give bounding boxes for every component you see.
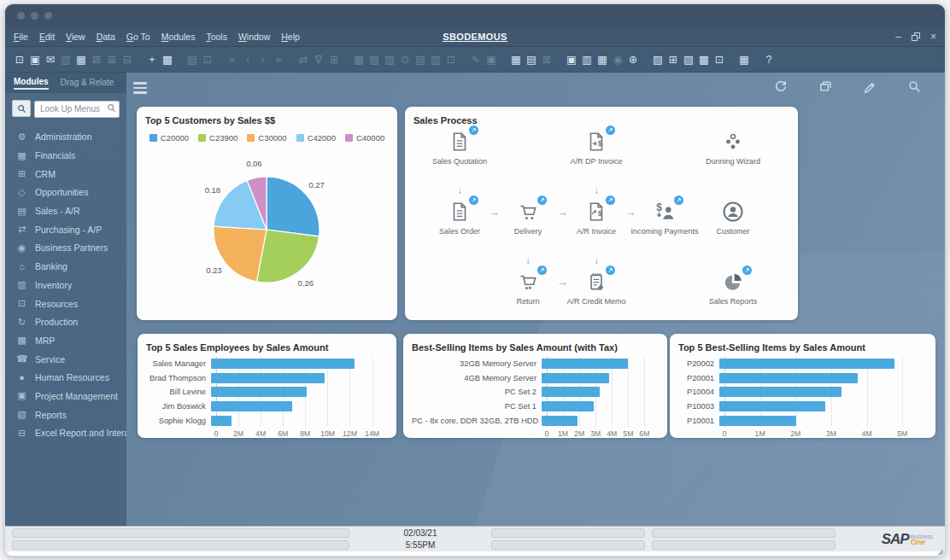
zoom-dot-icon[interactable] — [44, 12, 52, 20]
tab-drag-relate[interactable]: Drag & Relate — [61, 78, 114, 89]
sort-icon[interactable]: ⊞ — [326, 53, 342, 66]
export-pdf-icon[interactable]: ⊟ — [120, 53, 135, 66]
doc-link-icon[interactable]: ⊡ — [200, 53, 215, 66]
process-node-ar-credit-memo[interactable]: A/R Credit Memo — [572, 269, 620, 322]
process-node-customer[interactable]: Customer — [709, 199, 757, 252]
sidebar-item-business-partners[interactable]: ◉Business Partners — [5, 239, 126, 258]
menu-view[interactable]: View — [66, 32, 85, 42]
export-word-icon[interactable]: ⊞ — [104, 53, 120, 66]
bar[interactable] — [211, 416, 232, 426]
menu-settings-button[interactable] — [12, 100, 31, 117]
export-excel-icon[interactable]: ⊠ — [89, 53, 104, 66]
edit-pencil-icon[interactable] — [863, 79, 877, 96]
hamburger-menu-icon[interactable] — [133, 82, 147, 94]
layout-designer-icon[interactable]: ⊞ — [666, 53, 681, 66]
sidebar-item-resources[interactable]: ⊡Resources — [5, 295, 126, 313]
sidebar-item-opportunities[interactable]: ◇Opportunities — [5, 184, 126, 202]
process-node-sales-reports[interactable]: Sales Reports — [709, 269, 757, 322]
mail-icon[interactable]: ✉ — [43, 53, 58, 66]
edit-icon[interactable]: ✎ — [468, 53, 484, 66]
query-2-icon[interactable]: ▥ — [579, 53, 595, 66]
menu-file[interactable]: File — [14, 32, 28, 42]
sidebar-item-sales-ar[interactable]: ▤Sales - A/R — [5, 201, 126, 220]
menu-window[interactable]: Window — [238, 32, 270, 42]
archive-icon[interactable]: ▦ — [73, 53, 89, 66]
move-icon[interactable]: + — [144, 54, 160, 66]
bar[interactable] — [542, 416, 578, 426]
bar[interactable] — [211, 401, 292, 411]
menu-help[interactable]: Help — [281, 32, 300, 42]
doc-view-icon[interactable]: ▤ — [185, 53, 200, 66]
menu-data[interactable]: Data — [97, 32, 115, 42]
previous-record-icon[interactable]: ‹ — [240, 54, 255, 66]
open-document-icon[interactable]: ▤ — [524, 53, 539, 66]
bar[interactable] — [211, 359, 355, 369]
layout-3-icon[interactable]: ▨ — [681, 53, 696, 66]
workspace-grid-icon[interactable] — [877, 32, 885, 40]
process-node-delivery[interactable]: Delivery — [504, 199, 552, 252]
sidebar-item-production[interactable]: ↻Production — [5, 312, 126, 331]
process-node-return[interactable]: Return — [504, 269, 552, 322]
sidebar-item-excel-report[interactable]: ⊟Excel Report and Interactive A — [5, 424, 126, 443]
bar[interactable] — [542, 359, 628, 369]
print-icon[interactable]: ▣ — [27, 53, 43, 66]
refresh-icon[interactable] — [774, 79, 788, 96]
legend-item[interactable]: C40000 — [345, 133, 384, 143]
process-node-incoming-payments[interactable]: $Incoming Payments — [641, 199, 689, 252]
legend-item[interactable]: C23900 — [198, 133, 238, 143]
sidebar-item-human-resources[interactable]: ●Human Resources — [5, 368, 126, 387]
menu-go-to[interactable]: Go To — [126, 32, 150, 42]
legend-item[interactable]: C42000 — [296, 133, 336, 143]
sidebar-item-crm[interactable]: ⊞CRM — [5, 165, 126, 184]
link-3-icon[interactable]: ▨ — [382, 53, 397, 66]
process-node-ar-dp-invoice[interactable]: $A/R DP Invoice — [572, 129, 620, 182]
minimize-dot-icon[interactable] — [31, 12, 38, 20]
documents-icon[interactable]: ▦ — [736, 53, 752, 66]
last-record-icon[interactable]: » — [271, 54, 286, 66]
legend-item[interactable]: C30000 — [247, 133, 286, 143]
new-document-icon[interactable]: ▦ — [508, 53, 524, 66]
row-view-icon[interactable]: ▤ — [413, 53, 428, 66]
pie-chart[interactable]: 0.270.260.230.180.06 — [145, 144, 389, 315]
bar[interactable] — [542, 373, 609, 383]
bar[interactable] — [211, 387, 307, 397]
process-node-dunning-wizard[interactable]: Dunning Wizard — [709, 129, 757, 182]
restore-icon[interactable] — [912, 32, 920, 41]
cell-view-icon[interactable]: ⊡ — [443, 53, 459, 66]
search-icon[interactable] — [907, 79, 921, 96]
bar[interactable] — [719, 387, 842, 397]
refresh-record-icon[interactable]: ⇄ — [296, 53, 311, 66]
menu-tools[interactable]: Tools — [206, 32, 227, 42]
resize-grip[interactable] — [937, 549, 943, 555]
next-record-icon[interactable]: › — [255, 54, 271, 66]
first-record-icon[interactable]: « — [225, 54, 240, 66]
table-lock-icon[interactable]: ▩ — [160, 53, 175, 66]
query-1-icon[interactable]: ▣ — [564, 53, 579, 66]
menu-modules[interactable]: Modules — [161, 32, 196, 42]
layout-5-icon[interactable]: ⊡ — [712, 53, 727, 66]
sidebar-item-banking[interactable]: ⌂Banking — [5, 257, 126, 276]
users-icon[interactable]: ◉ — [610, 53, 625, 66]
sidebar-item-administration[interactable]: ⚙Administration — [5, 128, 126, 147]
column-view-icon[interactable]: ▥ — [428, 53, 443, 66]
tab-modules[interactable]: Modules — [14, 77, 49, 90]
process-node-sales-quotation[interactable]: Sales Quotation — [436, 129, 484, 182]
zoom-record-icon[interactable]: ⊙ — [397, 53, 413, 66]
sidebar-item-service[interactable]: ☎Service — [5, 350, 126, 369]
filter-icon[interactable]: ∇ — [311, 53, 326, 66]
link-1-icon[interactable]: ▦ — [351, 53, 367, 66]
doc-dim-icon[interactable]: ⊠ — [539, 53, 554, 66]
sidebar-item-reports[interactable]: ▧Reports — [5, 405, 126, 424]
sidebar-item-inventory[interactable]: ▥Inventory — [5, 276, 126, 295]
process-node-sales-order[interactable]: Sales Order — [436, 199, 484, 252]
query-3-icon[interactable]: ▦ — [595, 53, 610, 66]
process-node-ar-invoice[interactable]: $A/R Invoice — [572, 199, 620, 252]
sidebar-item-project-management[interactable]: ▣Project Management — [5, 387, 126, 405]
bar[interactable] — [719, 416, 796, 426]
sidebar-item-financials[interactable]: ▦Financials — [5, 146, 126, 165]
layout-4-icon[interactable]: ▩ — [696, 53, 712, 66]
bar[interactable] — [719, 401, 825, 411]
document-icon[interactable]: ▥ — [58, 53, 73, 66]
help-icon[interactable]: ? — [761, 54, 777, 66]
bar[interactable] — [542, 401, 594, 411]
